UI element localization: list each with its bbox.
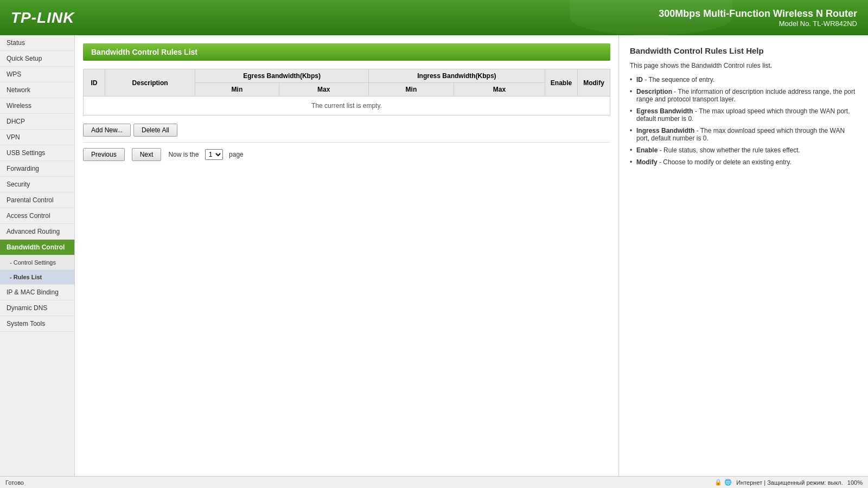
sidebar-item-advanced-routing[interactable]: Advanced Routing <box>0 224 74 240</box>
col-enable: Enable <box>545 69 578 97</box>
statusbar-icons: 🔒 🌐 <box>714 479 732 486</box>
col-modify: Modify <box>578 69 610 97</box>
col-egress: Egress Bandwidth(Kbps) <box>195 69 369 83</box>
layout: StatusQuick SetupWPSNetworkWirelessDHCPV… <box>0 35 868 476</box>
help-title: Bandwidth Control Rules List Help <box>630 46 857 55</box>
logo-text: TP-LINK <box>11 9 74 26</box>
statusbar-left-text: Готово <box>5 479 24 486</box>
router-info: 300Mbps Multi-Function Wireless N Router… <box>659 8 857 28</box>
router-name: 300Mbps Multi-Function Wireless N Router <box>659 8 857 20</box>
button-row: Add New... Delete All <box>83 124 610 137</box>
statusbar: Готово 🔒 🌐 Интернет | Защищенный режим: … <box>0 476 868 488</box>
help-list-item: Modify - Choose to modify or delete an e… <box>630 158 857 166</box>
col-ingress-max: Max <box>454 83 545 97</box>
sidebar-item-security[interactable]: Security <box>0 177 74 192</box>
sidebar-item-wps[interactable]: WPS <box>0 67 74 82</box>
help-list-item: Enable - Rule status, show whether the r… <box>630 146 857 154</box>
sidebar-item-status[interactable]: Status <box>0 35 74 51</box>
col-egress-min: Min <box>195 83 279 97</box>
divider <box>83 142 610 143</box>
sidebar-item-control-settings[interactable]: - Control Settings <box>0 255 74 270</box>
sidebar-item-dhcp[interactable]: DHCP <box>0 114 74 130</box>
help-list-item: Egress Bandwidth - The max upload speed … <box>630 107 857 123</box>
main-content: Bandwidth Control Rules List ID Descript… <box>75 35 618 476</box>
model-number: Model No. TL-WR842ND <box>659 20 857 28</box>
rules-table: ID Description Egress Bandwidth(Kbps) In… <box>83 69 610 115</box>
page-title: Bandwidth Control Rules List <box>83 43 610 61</box>
sidebar-item-access-control[interactable]: Access Control <box>0 208 74 224</box>
sidebar-item-network[interactable]: Network <box>0 82 74 98</box>
shield-icon: 🔒 <box>714 479 722 486</box>
statusbar-right: 🔒 🌐 Интернет | Защищенный режим: выкл. 1… <box>714 479 863 486</box>
delete-all-button[interactable]: Delete All <box>133 124 177 137</box>
col-id: ID <box>84 69 105 97</box>
sidebar-item-rules-list[interactable]: - Rules List <box>0 270 74 285</box>
add-new-button[interactable]: Add New... <box>83 124 131 137</box>
sidebar-item-dynamic-dns[interactable]: Dynamic DNS <box>0 300 74 316</box>
next-button[interactable]: Next <box>132 148 162 161</box>
help-panel: Bandwidth Control Rules List Help This p… <box>618 35 868 476</box>
sidebar-item-usb-settings[interactable]: USB Settings <box>0 145 74 161</box>
empty-message: The current list is empty. <box>84 97 610 115</box>
col-ingress: Ingress Bandwidth(Kbps) <box>368 69 545 83</box>
sidebar-item-bandwidth-control[interactable]: Bandwidth Control <box>0 240 74 255</box>
col-ingress-min: Min <box>368 83 454 97</box>
sidebar-item-parental-control[interactable]: Parental Control <box>0 192 74 208</box>
help-intro: This page shows the Bandwidth Control ru… <box>630 62 857 69</box>
previous-button[interactable]: Previous <box>83 148 125 161</box>
page-label: page <box>229 151 244 158</box>
page-select[interactable]: 1 <box>205 149 223 160</box>
col-description: Description <box>105 69 195 97</box>
sidebar: StatusQuick SetupWPSNetworkWirelessDHCPV… <box>0 35 75 476</box>
pagination: Previous Next Now is the 1 page <box>83 148 610 161</box>
now-is-the-label: Now is the <box>168 151 199 158</box>
page-text: Now is the 1 page <box>168 149 243 160</box>
help-list-item: ID - The sequence of entry. <box>630 76 857 84</box>
sidebar-item-quick-setup[interactable]: Quick Setup <box>0 51 74 67</box>
sidebar-item-ip-mac-binding[interactable]: IP & MAC Binding <box>0 285 74 300</box>
header: TP-LINK 300Mbps Multi-Function Wireless … <box>0 0 868 35</box>
zoom-level: 100% <box>847 479 863 486</box>
help-list-item: Description - The information of descrip… <box>630 88 857 103</box>
sidebar-item-system-tools[interactable]: System Tools <box>0 316 74 332</box>
sidebar-item-vpn[interactable]: VPN <box>0 130 74 145</box>
table-header-row-1: ID Description Egress Bandwidth(Kbps) In… <box>84 69 610 83</box>
sidebar-item-forwarding[interactable]: Forwarding <box>0 161 74 177</box>
sidebar-item-wireless[interactable]: Wireless <box>0 98 74 114</box>
statusbar-right-text: Интернет | Защищенный режим: выкл. <box>736 479 843 486</box>
logo: TP-LINK <box>11 9 74 27</box>
globe-icon: 🌐 <box>724 479 732 486</box>
empty-row: The current list is empty. <box>84 97 610 115</box>
help-list: ID - The sequence of entry.Description -… <box>630 76 857 166</box>
help-list-item: Ingress Bandwidth - The max download spe… <box>630 127 857 142</box>
col-egress-max: Max <box>279 83 368 97</box>
